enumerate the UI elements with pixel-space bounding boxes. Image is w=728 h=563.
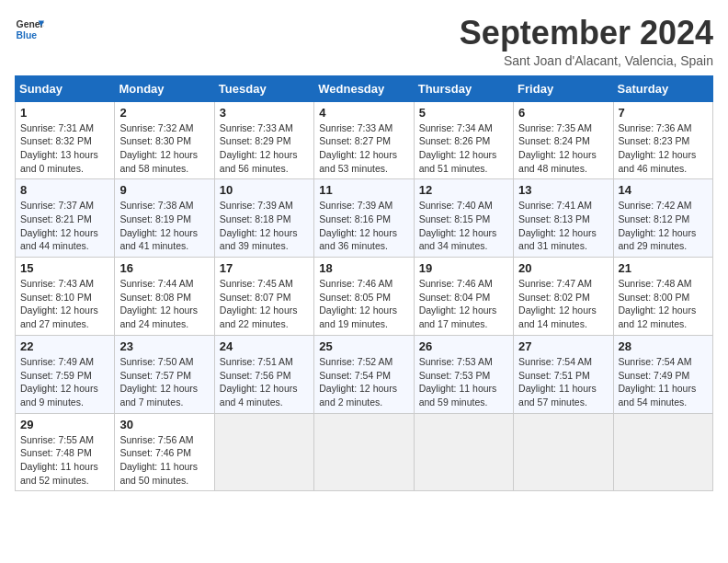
title-area: September 2024 Sant Joan d'Alacant, Vale… [460,15,713,68]
day-info: Sunrise: 7:46 AM Sunset: 8:05 PM Dayligh… [319,277,408,331]
calendar-cell [613,413,712,491]
day-number: 13 [518,183,608,197]
calendar-cell [314,413,414,491]
day-info: Sunrise: 7:55 AM Sunset: 7:48 PM Dayligh… [20,433,109,488]
day-info: Sunrise: 7:43 AM Sunset: 8:10 PM Dayligh… [20,277,109,331]
day-number: 15 [20,261,109,275]
calendar-cell: 6Sunrise: 7:35 AM Sunset: 8:24 PM Daylig… [514,101,613,179]
calendar-title: September 2024 [460,15,713,52]
calendar-body: 1Sunrise: 7:31 AM Sunset: 8:32 PM Daylig… [16,101,713,491]
calendar-week-5: 29Sunrise: 7:55 AM Sunset: 7:48 PM Dayli… [16,413,713,491]
page-header: General Blue September 2024 Sant Joan d'… [15,15,713,68]
calendar-cell: 20Sunrise: 7:47 AM Sunset: 8:02 PM Dayli… [514,258,613,336]
calendar-cell: 21Sunrise: 7:48 AM Sunset: 8:00 PM Dayli… [613,258,712,336]
calendar-week-2: 8Sunrise: 7:37 AM Sunset: 8:21 PM Daylig… [16,179,713,258]
day-number: 9 [119,183,209,197]
calendar-cell: 2Sunrise: 7:32 AM Sunset: 8:30 PM Daylig… [115,101,214,179]
calendar-cell: 15Sunrise: 7:43 AM Sunset: 8:10 PM Dayli… [16,258,115,336]
weekday-header-monday: Monday [115,75,214,101]
calendar-cell [214,413,313,491]
weekday-header-row: SundayMondayTuesdayWednesdayThursdayFrid… [16,75,713,101]
calendar-cell: 16Sunrise: 7:44 AM Sunset: 8:08 PM Dayli… [115,258,214,336]
day-number: 2 [119,106,209,120]
calendar-cell: 12Sunrise: 7:40 AM Sunset: 8:15 PM Dayli… [414,179,513,258]
calendar-cell: 29Sunrise: 7:55 AM Sunset: 7:48 PM Dayli… [16,413,115,491]
day-number: 14 [619,183,708,197]
day-number: 23 [119,339,209,353]
calendar-cell: 26Sunrise: 7:53 AM Sunset: 7:53 PM Dayli… [414,335,513,413]
calendar-cell: 11Sunrise: 7:39 AM Sunset: 8:16 PM Dayli… [314,179,414,258]
weekday-header-thursday: Thursday [414,75,513,101]
calendar-cell: 8Sunrise: 7:37 AM Sunset: 8:21 PM Daylig… [16,179,115,258]
day-info: Sunrise: 7:34 AM Sunset: 8:26 PM Dayligh… [419,121,508,176]
calendar-cell: 28Sunrise: 7:54 AM Sunset: 7:49 PM Dayli… [613,335,712,413]
day-number: 26 [419,339,508,353]
calendar-header: SundayMondayTuesdayWednesdayThursdayFrid… [16,75,713,101]
weekday-header-friday: Friday [514,75,613,101]
day-number: 1 [20,106,109,120]
day-info: Sunrise: 7:47 AM Sunset: 8:02 PM Dayligh… [518,277,608,331]
day-number: 12 [419,183,508,197]
day-number: 4 [319,106,408,120]
day-info: Sunrise: 7:39 AM Sunset: 8:16 PM Dayligh… [319,199,408,253]
calendar-cell: 3Sunrise: 7:33 AM Sunset: 8:29 PM Daylig… [214,101,313,179]
day-number: 16 [119,261,209,275]
day-number: 27 [518,339,608,353]
weekday-header-tuesday: Tuesday [214,75,313,101]
day-info: Sunrise: 7:37 AM Sunset: 8:21 PM Dayligh… [20,199,109,253]
day-info: Sunrise: 7:50 AM Sunset: 7:57 PM Dayligh… [119,355,209,409]
day-number: 30 [119,418,209,431]
day-info: Sunrise: 7:52 AM Sunset: 7:54 PM Dayligh… [319,355,408,409]
day-number: 3 [220,106,309,120]
calendar-week-1: 1Sunrise: 7:31 AM Sunset: 8:32 PM Daylig… [16,101,713,179]
day-info: Sunrise: 7:54 AM Sunset: 7:51 PM Dayligh… [518,355,608,409]
day-number: 20 [518,261,608,275]
day-number: 10 [220,183,309,197]
calendar-cell: 24Sunrise: 7:51 AM Sunset: 7:56 PM Dayli… [214,335,313,413]
calendar-cell: 1Sunrise: 7:31 AM Sunset: 8:32 PM Daylig… [16,101,115,179]
calendar-cell: 30Sunrise: 7:56 AM Sunset: 7:46 PM Dayli… [115,413,214,491]
calendar-week-4: 22Sunrise: 7:49 AM Sunset: 7:59 PM Dayli… [16,335,713,413]
day-number: 25 [319,339,408,353]
calendar-cell: 9Sunrise: 7:38 AM Sunset: 8:19 PM Daylig… [115,179,214,258]
day-info: Sunrise: 7:49 AM Sunset: 7:59 PM Dayligh… [20,355,109,409]
day-info: Sunrise: 7:51 AM Sunset: 7:56 PM Dayligh… [220,355,309,409]
day-info: Sunrise: 7:42 AM Sunset: 8:12 PM Dayligh… [619,199,708,253]
day-number: 6 [518,106,608,120]
day-number: 19 [419,261,508,275]
day-info: Sunrise: 7:45 AM Sunset: 8:07 PM Dayligh… [220,277,309,331]
logo: General Blue [15,15,44,44]
calendar-cell: 7Sunrise: 7:36 AM Sunset: 8:23 PM Daylig… [613,101,712,179]
calendar-subtitle: Sant Joan d'Alacant, Valencia, Spain [460,53,713,68]
day-info: Sunrise: 7:40 AM Sunset: 8:15 PM Dayligh… [419,199,508,253]
day-number: 22 [20,339,109,353]
day-number: 17 [220,261,309,275]
day-info: Sunrise: 7:53 AM Sunset: 7:53 PM Dayligh… [419,355,508,409]
calendar-cell: 25Sunrise: 7:52 AM Sunset: 7:54 PM Dayli… [314,335,414,413]
calendar-week-3: 15Sunrise: 7:43 AM Sunset: 8:10 PM Dayli… [16,258,713,336]
day-info: Sunrise: 7:46 AM Sunset: 8:04 PM Dayligh… [419,277,508,331]
day-number: 18 [319,261,408,275]
day-number: 28 [619,339,708,353]
calendar-cell: 14Sunrise: 7:42 AM Sunset: 8:12 PM Dayli… [613,179,712,258]
day-info: Sunrise: 7:41 AM Sunset: 8:13 PM Dayligh… [518,199,608,253]
logo-icon: General Blue [15,15,44,44]
calendar-cell: 17Sunrise: 7:45 AM Sunset: 8:07 PM Dayli… [214,258,313,336]
calendar-cell: 18Sunrise: 7:46 AM Sunset: 8:05 PM Dayli… [314,258,414,336]
day-info: Sunrise: 7:38 AM Sunset: 8:19 PM Dayligh… [119,199,209,253]
day-number: 8 [20,183,109,197]
day-number: 5 [419,106,508,120]
day-number: 21 [619,261,708,275]
svg-text:Blue: Blue [17,30,38,40]
day-info: Sunrise: 7:35 AM Sunset: 8:24 PM Dayligh… [518,121,608,176]
calendar-table: SundayMondayTuesdayWednesdayThursdayFrid… [15,75,713,492]
calendar-cell: 19Sunrise: 7:46 AM Sunset: 8:04 PM Dayli… [414,258,513,336]
calendar-cell: 13Sunrise: 7:41 AM Sunset: 8:13 PM Dayli… [514,179,613,258]
day-info: Sunrise: 7:32 AM Sunset: 8:30 PM Dayligh… [119,121,209,176]
calendar-cell: 10Sunrise: 7:39 AM Sunset: 8:18 PM Dayli… [214,179,313,258]
day-info: Sunrise: 7:56 AM Sunset: 7:46 PM Dayligh… [119,433,209,488]
day-info: Sunrise: 7:31 AM Sunset: 8:32 PM Dayligh… [20,121,109,176]
calendar-cell [414,413,513,491]
day-info: Sunrise: 7:39 AM Sunset: 8:18 PM Dayligh… [220,199,309,253]
day-info: Sunrise: 7:54 AM Sunset: 7:49 PM Dayligh… [619,355,708,409]
